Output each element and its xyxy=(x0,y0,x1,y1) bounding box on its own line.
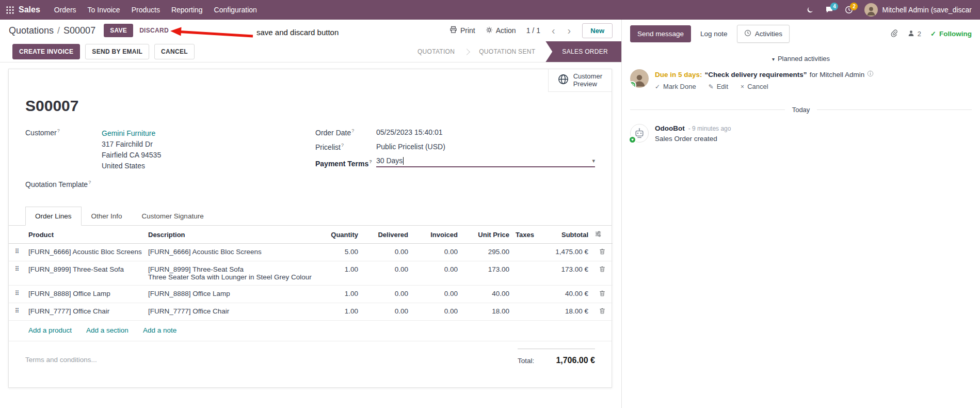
terms-and-conditions-input[interactable]: Terms and conditions... xyxy=(25,356,97,365)
delete-line-icon[interactable] xyxy=(591,243,613,261)
following-button[interactable]: ✓ Following xyxy=(930,30,972,38)
save-button[interactable]: SAVE xyxy=(104,24,133,37)
add-a-section-link[interactable]: Add a section xyxy=(86,326,128,334)
cancel-order-button[interactable]: CANCEL xyxy=(154,44,195,59)
order-line-row[interactable]: ⠿ [FURN_6666] Acoustic Bloc Screens [FUR… xyxy=(9,243,613,261)
followers-button[interactable]: 2 xyxy=(907,29,921,39)
line-product[interactable]: [FURN_6666] Acoustic Bloc Screens xyxy=(25,243,145,261)
messages-icon[interactable]: 4 xyxy=(825,6,833,14)
drag-handle-icon[interactable]: ⠿ xyxy=(9,261,25,285)
planned-activities-header[interactable]: ▾Planned activities xyxy=(622,55,980,62)
activities-tab-button[interactable]: Activities xyxy=(737,25,790,43)
send-message-button[interactable]: Send message xyxy=(630,25,691,42)
line-unit-price[interactable]: 40.00 xyxy=(461,285,512,303)
menu-products[interactable]: Products xyxy=(126,0,166,20)
order-line-row[interactable]: ⠿ [FURN_7777] Office Chair [FURN_7777] O… xyxy=(9,303,613,320)
line-quantity[interactable]: 1.00 xyxy=(318,285,361,303)
line-product[interactable]: [FURN_8999] Three-Seat Sofa xyxy=(25,261,145,285)
description-column-header[interactable]: Description xyxy=(145,226,318,244)
delete-line-icon[interactable] xyxy=(591,285,613,303)
pager-previous-icon[interactable]: ‹ xyxy=(551,27,556,34)
delivered-column-header[interactable]: Delivered xyxy=(361,226,411,244)
line-delivered[interactable]: 0.00 xyxy=(361,243,411,261)
log-note-button[interactable]: Log note xyxy=(698,26,730,42)
create-invoice-button[interactable]: CREATE INVOICE xyxy=(12,44,80,59)
apps-grid-icon[interactable] xyxy=(6,6,14,14)
line-taxes[interactable] xyxy=(512,243,544,261)
line-product[interactable]: [FURN_8888] Office Lamp xyxy=(25,285,145,303)
line-description[interactable]: [FURN_8888] Office Lamp xyxy=(145,285,318,303)
line-delivered[interactable]: 0.00 xyxy=(361,303,411,320)
mark-done-button[interactable]: ✓Mark Done xyxy=(655,83,696,90)
menu-orders[interactable]: Orders xyxy=(49,0,82,20)
app-name[interactable]: Sales xyxy=(19,5,40,14)
line-invoiced[interactable]: 0.00 xyxy=(411,261,461,285)
add-a-note-link[interactable]: Add a note xyxy=(143,326,176,334)
dropdown-caret-icon[interactable]: ▾ xyxy=(592,158,595,164)
line-quantity[interactable]: 5.00 xyxy=(318,243,361,261)
line-unit-price[interactable]: 18.00 xyxy=(461,303,512,320)
breadcrumb-quotations[interactable]: Quotations xyxy=(9,25,54,36)
order-line-row[interactable]: ⠿ [FURN_8999] Three-Seat Sofa [FURN_8999… xyxy=(9,261,613,285)
order-date-value[interactable]: 05/25/2023 15:40:01 xyxy=(376,128,442,137)
line-taxes[interactable] xyxy=(512,303,544,320)
line-taxes[interactable] xyxy=(512,285,544,303)
send-by-email-button[interactable]: SEND BY EMAIL xyxy=(85,44,149,59)
customer-preview-button[interactable]: Customer Preview xyxy=(548,69,612,92)
unit-price-column-header[interactable]: Unit Price xyxy=(461,226,512,244)
tab-other-info[interactable]: Other Info xyxy=(82,207,132,226)
line-description[interactable]: [FURN_7777] Office Chair xyxy=(145,303,318,320)
customer-link[interactable]: Gemini Furniture xyxy=(102,128,161,139)
line-product[interactable]: [FURN_7777] Office Chair xyxy=(25,303,145,320)
user-menu[interactable]: Mitchell Admin (save_discar xyxy=(864,3,972,17)
pricelist-value[interactable]: Public Pricelist (USD) xyxy=(376,143,445,151)
line-taxes[interactable] xyxy=(512,261,544,285)
order-line-row[interactable]: ⠿ [FURN_8888] Office Lamp [FURN_8888] Of… xyxy=(9,285,613,303)
dark-mode-moon-icon[interactable] xyxy=(807,6,814,13)
menu-configuration[interactable]: Configuration xyxy=(208,0,263,20)
state-quotation[interactable]: QUOTATION xyxy=(407,41,465,62)
taxes-column-header[interactable]: Taxes xyxy=(512,226,544,244)
line-invoiced[interactable]: 0.00 xyxy=(411,243,461,261)
state-quotation-sent[interactable]: QUOTATION SENT xyxy=(469,41,545,62)
line-unit-price[interactable]: 173.00 xyxy=(461,261,512,285)
line-quantity[interactable]: 1.00 xyxy=(318,303,361,320)
state-sales-order[interactable]: SALES ORDER xyxy=(545,41,621,62)
drag-handle-icon[interactable]: ⠿ xyxy=(9,243,25,261)
invoiced-column-header[interactable]: Invoiced xyxy=(411,226,461,244)
line-quantity[interactable]: 1.00 xyxy=(318,261,361,285)
delete-line-icon[interactable] xyxy=(591,261,613,285)
line-delivered[interactable]: 0.00 xyxy=(361,261,411,285)
print-button[interactable]: Print xyxy=(449,26,475,35)
attachment-paperclip-icon[interactable] xyxy=(890,29,898,39)
info-icon[interactable] xyxy=(867,70,874,79)
activity-clock-icon[interactable]: 2 xyxy=(845,6,853,14)
cancel-activity-button[interactable]: ×Cancel xyxy=(741,83,768,90)
menu-reporting[interactable]: Reporting xyxy=(166,0,208,20)
tab-customer-signature[interactable]: Customer Signature xyxy=(132,207,214,226)
new-button[interactable]: New xyxy=(582,23,613,38)
line-delivered[interactable]: 0.00 xyxy=(361,285,411,303)
line-description[interactable]: [FURN_8999] Three-Seat SofaThree Seater … xyxy=(145,261,318,285)
line-invoiced[interactable]: 0.00 xyxy=(411,285,461,303)
product-column-header[interactable]: Product xyxy=(25,226,145,244)
quantity-column-header[interactable]: Quantity xyxy=(318,226,361,244)
pager-next-icon[interactable]: › xyxy=(567,27,572,34)
line-invoiced[interactable]: 0.00 xyxy=(411,303,461,320)
drag-handle-icon[interactable]: ⠿ xyxy=(9,285,25,303)
discard-button[interactable]: DISCARD xyxy=(139,27,169,34)
message-author[interactable]: OdooBot xyxy=(655,124,685,132)
delete-line-icon[interactable] xyxy=(591,303,613,320)
menu-to-invoice[interactable]: To Invoice xyxy=(82,0,126,20)
payment-terms-input[interactable]: 30 Days ▾ xyxy=(376,156,595,167)
add-a-product-link[interactable]: Add a product xyxy=(28,326,72,334)
line-description[interactable]: [FURN_6666] Acoustic Bloc Screens xyxy=(145,243,318,261)
subtotal-column-header[interactable]: Subtotal xyxy=(544,226,591,244)
optional-columns-icon[interactable] xyxy=(591,226,613,244)
tab-order-lines[interactable]: Order Lines xyxy=(25,207,82,226)
quotation-template-field[interactable]: Quotation Template? xyxy=(25,180,315,189)
drag-handle-icon[interactable]: ⠿ xyxy=(9,303,25,320)
action-button[interactable]: Action xyxy=(486,26,516,35)
edit-activity-button[interactable]: ✎Edit xyxy=(709,83,728,90)
line-unit-price[interactable]: 295.00 xyxy=(461,243,512,261)
